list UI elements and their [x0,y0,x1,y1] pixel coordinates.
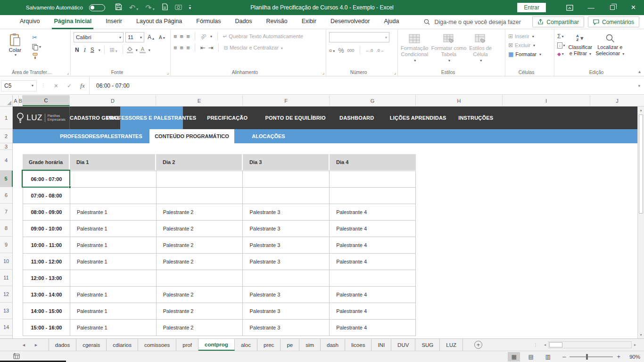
sheet-tab[interactable]: dash [321,339,345,351]
increase-indent-icon[interactable]: ⇥ [208,44,213,51]
cell-time[interactable]: 09:00 - 10:00 [23,221,70,237]
cell-dia3[interactable]: Palestrante 3 [243,237,330,254]
cell-dia4[interactable]: Palestrante 4 [330,303,416,320]
cell-dia3[interactable] [243,171,330,188]
sheet-tab[interactable]: DUV [391,339,415,351]
cell-time[interactable]: 07:00 - 08:00 [23,188,70,204]
scroll-right-icon[interactable]: ▸ [632,343,638,347]
column-header[interactable]: D [70,95,156,106]
find-select-button[interactable]: Localizar e Selecionar ▾ [595,32,624,67]
cell-dia1[interactable]: Palestrante 1 [70,221,157,237]
sheet-tab[interactable]: cgerais [76,339,107,351]
row-header[interactable]: 12 [0,286,12,303]
format-cells-button[interactable]: ▦ Formatar▾ [508,51,551,58]
ribbon-tab[interactable]: Exibir [300,15,318,29]
cell-dia1[interactable] [70,171,157,188]
select-all-corner[interactable] [0,95,13,107]
row-header[interactable]: 14 [0,319,12,336]
percent-format-icon[interactable]: % [338,47,344,54]
tell-me-search[interactable]: Diga-me o que você deseja fazer [424,19,520,25]
expand-formula-bar-icon[interactable]: ▾ [634,83,644,88]
cell-dia4[interactable]: Palestrante 4 [330,287,416,303]
schedule-header-cell[interactable]: Dia 2 [156,154,243,170]
sheet-tab[interactable]: sim [299,339,321,351]
paste-button[interactable]: Colar ▾ [3,33,27,57]
align-center-icon[interactable]: ≡ [180,44,183,51]
italic-button[interactable]: I [83,47,87,54]
ribbon-tab[interactable]: Ajuda [382,15,401,29]
section-sub-tab[interactable]: PROFESSORES/PALESTRANTES [53,129,149,143]
zoom-slider[interactable] [570,356,613,357]
row-header[interactable]: 2 [0,129,12,143]
horizontal-scrollbar[interactable]: ◂ ▸ [542,339,638,351]
cell-dia1[interactable]: Palestrante 1 [70,237,157,254]
format-as-table-button[interactable]: Formatar comoTabela ▾ [431,34,467,67]
cell-dia3[interactable]: Palestrante 3 [243,320,330,336]
ribbon-tab[interactable]: Layout da Página [134,15,184,29]
ribbon-tab[interactable]: Inserir [104,15,124,29]
macro-record-icon[interactable] [13,353,20,361]
next-sheet-icon[interactable]: ► [34,343,38,347]
bold-button[interactable]: N [74,47,81,53]
row-header[interactable]: 3 [0,143,12,150]
column-header[interactable]: B [19,95,23,106]
signin-button[interactable]: Entrar [517,3,546,12]
sheet-tab[interactable]: SUG [415,339,440,351]
conditional-formatting-button[interactable]: FormataçãoCondicional ▾ [401,34,429,67]
cell-time[interactable]: 13:00 - 14:00 [23,287,70,303]
row-header[interactable]: 5 [0,171,13,187]
workbook-nav-tab[interactable]: LIÇÕES APRENDIDAS [395,107,442,129]
view-normal-icon[interactable]: ▦ [508,352,520,362]
ribbon-tab[interactable]: Fórmulas [194,15,223,29]
horizontal-scrollbar-thumb[interactable] [549,342,562,347]
cell-dia1[interactable]: Palestrante 1 [70,303,157,320]
cell-dia4[interactable]: Palestrante 4 [330,254,416,270]
section-sub-tab[interactable]: ALOCAÇÕES [234,129,303,143]
increase-decimal-icon[interactable]: ←.0 [365,48,373,53]
align-right-icon[interactable]: ≡ [186,44,190,51]
dialog-launcher-icon[interactable]: ⌟ [167,70,169,75]
cell-dia3[interactable]: Palestrante 3 [243,204,330,221]
formula-bar-drag-handle[interactable]: ⋮ [37,82,50,89]
insert-cells-button[interactable]: ⊞ Inserir▾ [508,33,551,40]
thousands-format-icon[interactable]: 000 [347,48,355,53]
cell-dia3[interactable]: Palestrante 3 [243,221,330,237]
column-header[interactable]: I [503,95,590,106]
sheet-tab[interactable]: dados [49,339,76,351]
row-header[interactable]: 13 [0,303,12,319]
insert-function-icon[interactable]: fx [76,82,89,90]
sheet-tab[interactable]: aloc [235,339,257,351]
redo-icon[interactable]: ↷▾ [145,3,154,12]
clear-button[interactable]: ◆▾ [557,51,565,57]
cell-dia2[interactable]: Palestrante 2 [157,287,243,303]
align-bottom-icon[interactable]: ≡ [186,33,190,40]
dialog-launcher-icon[interactable]: ⌟ [322,70,324,75]
close-button[interactable]: × [623,0,644,15]
workbook-nav-tab[interactable]: PROFESSORES E PALESTRANTES [120,107,183,129]
font-color-button[interactable]: A [140,47,146,53]
sheet-tab[interactable]: contprog [198,339,235,351]
share-button[interactable]: Compartilhar [532,16,584,27]
row-header[interactable]: 4 [0,150,12,171]
cell-dia2[interactable]: Palestrante 2 [157,204,243,221]
wrap-text-button[interactable]: ↵ Quebrar Texto Automaticamente [223,33,303,40]
sheet-tab[interactable]: prof [176,339,198,351]
cell-dia2[interactable]: Palestrante 2 [157,221,243,237]
ribbon-tab[interactable]: Dados [233,15,254,29]
font-size-select[interactable]: 11▾ [125,32,144,42]
sheet-tab[interactable]: cdiarios [107,339,138,351]
cell-time[interactable]: 08:00 - 09:00 [23,204,70,221]
cell-dia4[interactable]: Palestrante 4 [330,320,416,336]
column-header[interactable]: G [330,95,416,106]
borders-button[interactable]: ⊞▾ [108,47,119,53]
cell-dia4[interactable] [330,171,416,188]
print-preview-icon[interactable] [162,3,168,12]
undo-icon[interactable]: ↶▾ [129,3,138,12]
sort-filter-button[interactable]: AZ ▼ Classificar e Filtrar ▾ [569,32,593,67]
sheetbar-resize-handle[interactable]: ⋮ [533,339,538,351]
merge-center-button[interactable]: ⊟ Mesclar e Centralizar ▾ [224,45,283,51]
font-name-select[interactable]: Calibri▾ [74,32,124,42]
cell-dia4[interactable] [330,270,416,287]
new-sheet-icon[interactable]: + [474,341,482,349]
schedule-header-cell[interactable]: Dia 1 [70,154,156,170]
